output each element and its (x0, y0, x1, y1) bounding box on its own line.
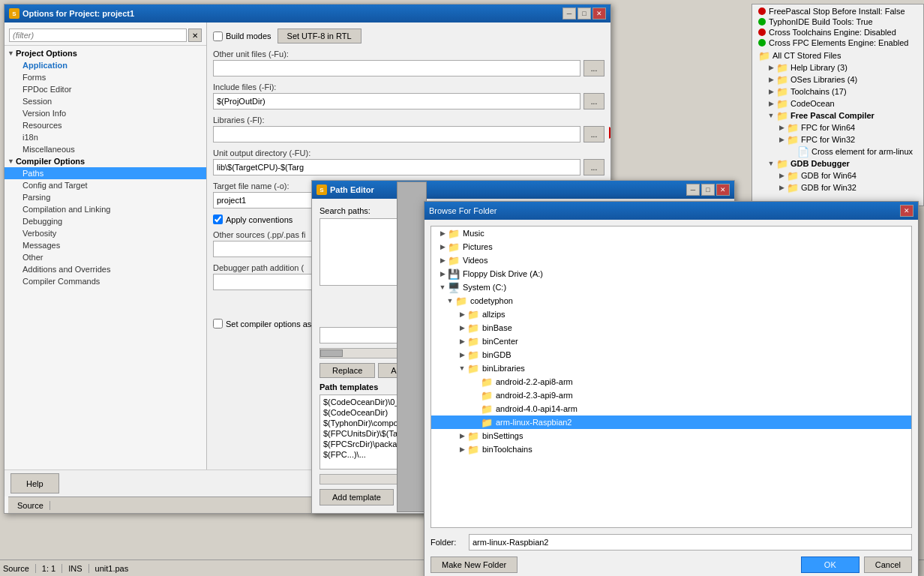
help-button[interactable]: Help (10, 473, 59, 494)
expander-floppy[interactable]: ▶ (437, 268, 448, 279)
panel-label-8: Toolchains (17) (790, 87, 847, 96)
other-unit-files-browse[interactable]: ... (584, 60, 604, 76)
path-editor-minimize[interactable]: ─ (686, 184, 700, 196)
libraries-browse[interactable]: ... (584, 126, 604, 142)
panel-label-13: Cross element for arm-linux (812, 147, 913, 156)
path-editor-close[interactable]: ✕ (716, 184, 730, 196)
filter-input[interactable] (9, 28, 187, 42)
unit-output-input[interactable] (213, 159, 580, 176)
cancel-button[interactable]: Cancel (864, 556, 912, 573)
expander-bintoolchains[interactable]: ▶ (457, 444, 467, 454)
include-files-browse[interactable]: ... (584, 93, 604, 110)
tree-item-android-api8[interactable]: 📁 android-2.2-api8-arm (431, 375, 911, 388)
sidebar-item-i18n[interactable]: i18n (4, 131, 206, 143)
sidebar-item-config-target[interactable]: Config and Target (4, 179, 206, 191)
browse-tree-area[interactable]: ▶ 📁 Music ▶ 📁 Pictures ▶ 📁 Videos ▶ 💾 F (430, 226, 912, 528)
make-new-folder-button[interactable]: Make New Folder (430, 556, 518, 573)
apply-conventions-checkbox[interactable] (213, 214, 223, 224)
titlebar-controls: ─ □ ✕ (562, 8, 606, 20)
ok-button[interactable]: OK (801, 556, 860, 573)
expander-videos[interactable]: ▶ (437, 255, 448, 266)
tree-item-system-c[interactable]: ▼ 🖥️ System (C:) (431, 280, 911, 294)
expander-pictures[interactable]: ▶ (437, 242, 448, 252)
tree-item-android-api14[interactable]: 📁 android-4.0-api14-arm (431, 402, 911, 416)
replace-button[interactable]: Replace (320, 363, 375, 378)
folder-pictures-icon: 📁 (448, 242, 460, 252)
sidebar-item-compiler-options[interactable]: ▼ Compiler Options (4, 155, 206, 167)
tree-item-allzips[interactable]: ▶ 📁 allzips (431, 308, 911, 321)
sidebar-item-other[interactable]: Other (4, 251, 206, 263)
folder-icon-8: 📁 (776, 86, 788, 97)
expander-api8 (470, 376, 481, 387)
close-button[interactable]: ✕ (592, 8, 606, 20)
tree-item-arm-linux[interactable]: 📁 arm-linux-Raspbian2 2 (431, 416, 911, 429)
build-modes-checkbox[interactable] (213, 32, 223, 41)
expander-codetyphon[interactable]: ▼ (445, 296, 455, 306)
sidebar-item-additions[interactable]: Additions and Overrides (4, 263, 206, 275)
sidebar-item-verbosity[interactable]: Verbosity (4, 227, 206, 239)
tree-item-android-api9[interactable]: 📁 android-2.3-api9-arm (431, 388, 911, 402)
minimize-button[interactable]: ─ (562, 8, 576, 20)
sidebar-item-messages[interactable]: Messages (4, 239, 206, 251)
maximize-button[interactable]: □ (578, 8, 591, 20)
panel-label-3: Cross Toolchains Engine: Disabled (769, 28, 896, 37)
folder-bincenter-icon: 📁 (467, 336, 479, 346)
tree-item-bincenter[interactable]: ▶ 📁 binCenter (431, 334, 911, 348)
tree-label-arm-linux: arm-linux-Raspbian2 (496, 418, 572, 427)
sidebar-item-resources[interactable]: Resources (4, 119, 206, 131)
status-ins: INS (68, 564, 88, 573)
sidebar-item-project-options[interactable]: ▼ Project Options (4, 47, 206, 59)
panel-label-7: OSes Libraries (4) (790, 75, 857, 84)
tree-label-pictures: Pictures (463, 242, 493, 251)
tree-label-allzips: allzips (482, 310, 506, 319)
expander-binbase[interactable]: ▶ (457, 322, 467, 333)
tree-item-pictures[interactable]: ▶ 📁 Pictures (431, 240, 911, 254)
include-files-input[interactable] (213, 93, 580, 110)
panel-label-4: Cross FPC Elements Engine: Enabled (769, 38, 908, 47)
sidebar-item-version-info[interactable]: Version Info (4, 107, 206, 119)
tree-item-music[interactable]: ▶ 📁 Music (431, 226, 911, 240)
tree-item-bintoolchains[interactable]: ▶ 📁 binToolchains (431, 442, 911, 456)
sidebar-item-application[interactable]: Application (4, 59, 206, 71)
expander-binlibraries[interactable]: ▼ (457, 363, 467, 374)
add-template-button[interactable]: Add template (320, 489, 394, 506)
sidebar-item-compiler-commands[interactable]: Compiler Commands (4, 275, 206, 287)
filter-clear-button[interactable]: ✕ (188, 28, 202, 42)
other-unit-files-input[interactable] (213, 60, 580, 76)
sidebar-item-fpdoc-editor[interactable]: FPDoc Editor (4, 83, 206, 95)
libraries-input[interactable] (213, 126, 580, 142)
tree-item-binlibraries[interactable]: ▼ 📁 binLibraries (431, 362, 911, 375)
browse-bottom: Make New Folder OK Cancel (430, 556, 912, 573)
options-title: Options for Project: project1 (22, 9, 134, 18)
source-label: Source (11, 501, 50, 510)
expander-bincenter[interactable]: ▶ (457, 336, 467, 346)
path-editor-maximize[interactable]: □ (701, 184, 715, 196)
tree-label-videos: Videos (463, 256, 488, 265)
expander-allzips[interactable]: ▶ (457, 309, 467, 320)
tree-item-floppy[interactable]: ▶ 💾 Floppy Disk Drive (A:) (431, 267, 911, 280)
unit-output-browse[interactable]: ... (584, 159, 604, 176)
set-compiler-default-checkbox[interactable] (213, 319, 223, 328)
sidebar-item-session[interactable]: Session (4, 95, 206, 107)
folder-binlibraries-icon: 📁 (467, 363, 479, 374)
tree-item-codetyphon[interactable]: ▼ 📁 codetyphon (431, 294, 911, 308)
tree-item-videos[interactable]: ▶ 📁 Videos (431, 254, 911, 267)
expander-music[interactable]: ▶ (437, 228, 448, 238)
expander-system-c[interactable]: ▼ (437, 282, 448, 292)
tree-item-bingdb[interactable]: ▶ 📁 binGDB (431, 348, 911, 362)
folder-input[interactable] (469, 534, 912, 550)
expander-api14 (470, 404, 481, 414)
sidebar-item-compilation[interactable]: Compilation and Linking (4, 203, 206, 215)
panel-item-7: ▶ 📁 OSes Libraries (4) (755, 74, 920, 86)
tree-item-binbase[interactable]: ▶ 📁 binBase (431, 321, 911, 334)
expander-binsettings[interactable]: ▶ (457, 430, 467, 441)
sidebar-item-paths[interactable]: Paths (4, 167, 206, 179)
sidebar-item-miscellaneous[interactable]: Miscellaneous (4, 143, 206, 155)
set-utf8-button[interactable]: Set UTF-8 in RTL (278, 28, 362, 44)
expander-bingdb[interactable]: ▶ (457, 350, 467, 360)
browse-close-button[interactable]: ✕ (900, 205, 914, 217)
sidebar-item-forms[interactable]: Forms (4, 71, 206, 83)
sidebar-item-parsing[interactable]: Parsing (4, 191, 206, 203)
sidebar-item-debugging[interactable]: Debugging (4, 215, 206, 227)
tree-item-binsettings[interactable]: ▶ 📁 binSettings (431, 429, 911, 442)
